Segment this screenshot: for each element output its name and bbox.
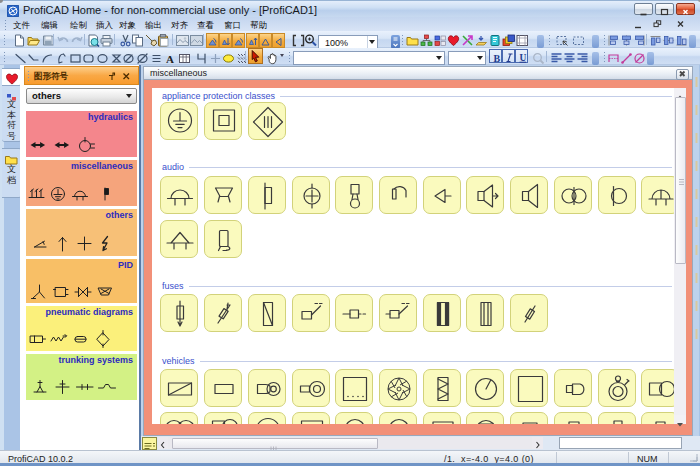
svg-text:U: U [520,53,527,63]
svg-text:A: A [166,53,174,65]
svg-text:B: B [494,53,501,64]
